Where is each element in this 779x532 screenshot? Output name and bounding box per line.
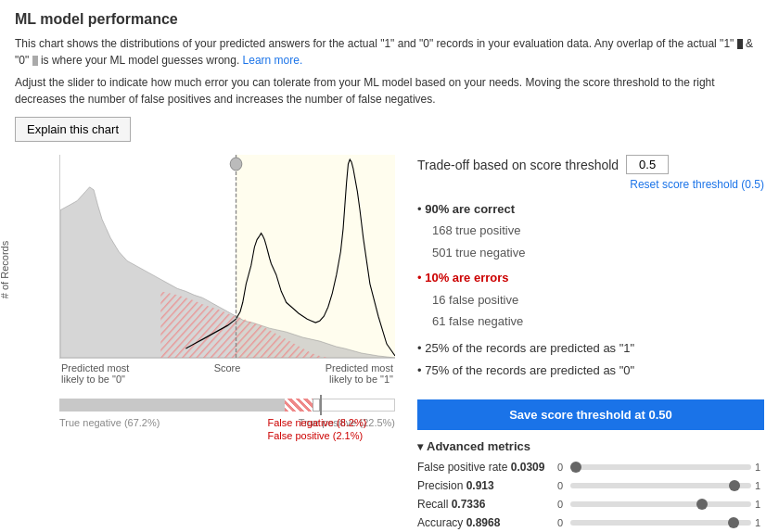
predicted-0-text: 75% of the records are predicted as "0" <box>425 363 634 377</box>
svg-point-5 <box>230 158 242 171</box>
label-false-negative: False negative (8.2%) <box>267 417 366 428</box>
metric-track-2 <box>570 501 751 507</box>
metric-row: Precision 0.913 0 1 <box>417 479 764 492</box>
slider-section: True negative (67.2%) True positive (22.… <box>15 396 395 445</box>
metric-value-2: 0.7336 <box>452 498 486 511</box>
chart-x-labels: Predicted most likely to be "0" Score Pr… <box>59 362 395 385</box>
x-label-right-text: Predicted most likely to be "1" <box>326 362 393 385</box>
description-2: Adjust the slider to indicate how much e… <box>15 74 757 108</box>
metric-slider-2[interactable]: 0 1 <box>557 499 764 510</box>
metric-label-3: Accuracy 0.8968 <box>417 516 552 529</box>
false-negative-item: 61 false negative <box>432 310 764 332</box>
save-threshold-button[interactable]: Save score threshold at 0.50 <box>417 399 764 430</box>
metric-thumb-1 <box>729 480 740 491</box>
chart-wrapper <box>59 155 395 359</box>
metrics-list: 90% are correct 168 true positive 501 tr… <box>417 198 764 381</box>
metric-label-1: Precision 0.913 <box>417 479 552 492</box>
page-title: ML model performance <box>15 11 764 28</box>
metric-min-2: 0 <box>557 499 567 510</box>
x-label-center: Score <box>214 362 241 385</box>
x-label-left: Predicted most likely to be "0" <box>61 362 154 385</box>
metric-max-2: 1 <box>755 499 764 510</box>
description-1: This chart shows the distributions of yo… <box>15 35 757 69</box>
predicted-0-item: 75% of the records are predicted as "0" <box>417 360 764 381</box>
predicted-1-item: 25% of the records are predicted as "1" <box>417 337 764 359</box>
correct-item: 90% are correct <box>417 198 764 220</box>
label-false-positive: False positive (2.1%) <box>267 430 363 441</box>
description-text-1: This chart shows the distributions of yo… <box>15 37 753 67</box>
metric-min-1: 0 <box>557 480 567 491</box>
correct-pct: 90% are correct <box>425 202 515 216</box>
metric-value-3: 0.8968 <box>466 516 501 529</box>
bar-true-positive <box>320 399 395 412</box>
metric-row: False positive rate 0.0309 0 1 <box>417 461 764 474</box>
metric-track-0 <box>570 464 751 470</box>
metric-thumb-3 <box>728 517 739 528</box>
true-positive-item: 168 true positive <box>432 220 764 241</box>
advanced-metrics-rows: False positive rate 0.0309 0 1 Precision… <box>417 461 764 529</box>
metric-slider-3[interactable]: 0 1 <box>557 517 764 528</box>
tradeoff-title: Trade-off based on score threshold <box>417 158 619 172</box>
metric-min-0: 0 <box>557 462 567 473</box>
predicted-1-text: 25% of the records are predicted as "1" <box>425 341 634 355</box>
threshold-input[interactable] <box>626 155 669 174</box>
label-true-negative: True negative (67.2%) <box>59 417 160 445</box>
advanced-header[interactable]: ▾ Advanced metrics <box>417 439 764 453</box>
bar-true-negative <box>59 399 285 412</box>
metric-thumb-2 <box>696 499 708 510</box>
metric-row: Recall 0.7336 0 1 <box>417 498 764 511</box>
slider-bar-inner <box>59 399 395 412</box>
chevron-down-icon: ▾ <box>417 440 423 453</box>
metric-label-0: False positive rate 0.0309 <box>417 461 552 474</box>
advanced-label: Advanced metrics <box>427 439 530 453</box>
bar-false-negative <box>285 399 313 412</box>
metric-track-3 <box>570 520 751 526</box>
metric-track-1 <box>570 483 751 488</box>
x-label-left-text: Predicted most likely to be "0" <box>61 362 129 385</box>
metric-slider-0[interactable]: 0 1 <box>557 462 764 473</box>
chart-area: # of Records <box>15 155 395 532</box>
chart-svg <box>60 155 395 358</box>
metric-min-3: 0 <box>557 517 567 528</box>
metric-row: Accuracy 0.8968 0 1 <box>417 516 764 529</box>
metric-max-0: 1 <box>755 462 764 473</box>
errors-pct: 10% are errors <box>425 271 508 285</box>
right-panel: Trade-off based on score threshold Reset… <box>410 155 764 532</box>
metric-thumb-0 <box>570 462 581 473</box>
metric-max-3: 1 <box>755 517 764 528</box>
slider-labels: True negative (67.2%) True positive (22.… <box>59 417 395 445</box>
main-content: # of Records <box>15 155 764 532</box>
x-label-right: Predicted most likely to be "1" <box>300 362 393 385</box>
true-negative-item: 501 true negative <box>432 242 764 263</box>
metric-label-2: Recall 0.7336 <box>417 498 552 511</box>
errors-item: 10% are errors <box>417 267 764 288</box>
slider-bar[interactable] <box>59 396 395 414</box>
explain-chart-button[interactable]: Explain this chart <box>15 117 131 142</box>
advanced-section: ▾ Advanced metrics False positive rate 0… <box>417 439 764 529</box>
metric-slider-1[interactable]: 0 1 <box>557 480 764 491</box>
tradeoff-header: Trade-off based on score threshold <box>417 155 764 174</box>
false-positive-item: 16 false positive <box>432 289 764 310</box>
metric-max-1: 1 <box>755 480 764 491</box>
y-axis-label: # of Records <box>0 241 10 298</box>
slider-marker <box>320 395 322 415</box>
metric-value-1: 0.913 <box>466 479 494 492</box>
learn-more-link[interactable]: Learn more. <box>243 54 303 67</box>
reset-link[interactable]: Reset score threshold (0.5) <box>417 178 764 191</box>
metric-value-0: 0.0309 <box>511 461 545 474</box>
